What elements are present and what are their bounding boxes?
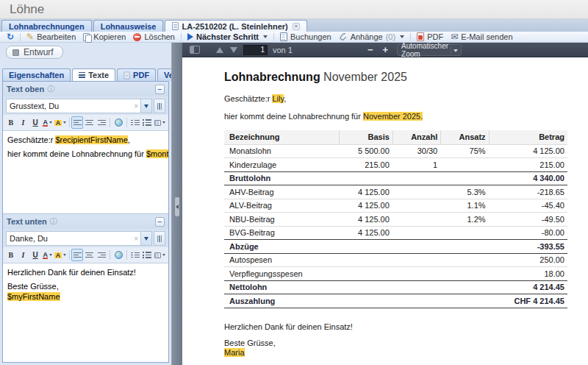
send-email-button[interactable]: ✉ E-Mail senden <box>447 32 516 43</box>
text-unten-editor[interactable]: Herzlichen Dank für deinen Einsatz! Best… <box>3 263 168 362</box>
tab-texte[interactable]: Texte <box>72 68 115 81</box>
page-number-input[interactable] <box>243 45 268 55</box>
align-center-button[interactable] <box>84 116 96 129</box>
payslip-intro: Geschätzte:r Lily,hier kommt deine Lohna… <box>224 93 567 121</box>
text-lines-icon <box>79 72 85 78</box>
copy-button[interactable]: Kopieren <box>79 32 129 43</box>
pdf-label: PDF <box>427 32 443 41</box>
underline-button[interactable]: U <box>29 116 41 129</box>
clear-icon[interactable]: × <box>132 235 140 243</box>
numbered-list-icon <box>131 120 140 126</box>
align-left-icon <box>74 252 82 258</box>
bullet-list-button[interactable] <box>141 116 153 129</box>
tab-eigenschaften[interactable]: Eigenschaften <box>2 68 71 81</box>
cell: 75% <box>440 146 488 155</box>
column-header: Betrag <box>489 130 567 144</box>
tab-lohnabrechnungen[interactable]: Lohnabrechnungen <box>1 20 92 32</box>
previous-page-icon[interactable] <box>216 47 223 53</box>
highlight-color-button[interactable]: A <box>54 116 67 129</box>
expand-editor-button[interactable] <box>154 99 165 113</box>
clear-icon[interactable]: × <box>132 102 140 110</box>
next-step-label: Nächster Schritt <box>196 32 259 41</box>
align-right-button[interactable] <box>96 116 108 129</box>
cell: Monatslohn <box>224 146 339 155</box>
edit-label: Bearbeiten <box>37 32 76 41</box>
rich-text-toolbar: B I U A A <box>3 247 168 263</box>
app-window: Löhne Lohnabrechnungen Lohnausweise LA-2… <box>0 0 588 365</box>
variable-token: $monthYear. <box>146 149 168 158</box>
pdf-viewer: von 1 − + Automatischer Zoom Lohnabrechn… <box>182 43 588 365</box>
column-header: Ansatz <box>440 130 488 144</box>
next-step-button[interactable]: Nächster Schritt <box>184 32 271 43</box>
collapse-icon[interactable]: − <box>155 217 165 227</box>
dropdown-trigger[interactable] <box>140 232 151 245</box>
text-oben-editor[interactable]: Geschätzte:r $recipientFirstName, hier k… <box>3 130 168 213</box>
font-color-button[interactable]: A <box>42 116 54 129</box>
delete-button[interactable]: Löschen <box>129 32 179 43</box>
text-line: Beste Grüsse, <box>7 281 164 291</box>
link-button[interactable] <box>112 116 124 129</box>
sidebar-toggle-icon[interactable] <box>190 46 200 54</box>
cell: Auszahlung <box>224 297 339 305</box>
table-row: Monatslohn5 500.0030/3075%4 125.00 <box>224 144 567 158</box>
align-center-icon <box>85 120 93 126</box>
font-color-button[interactable]: A <box>42 249 54 261</box>
refresh-button[interactable]: ↻ <box>3 32 18 43</box>
close-icon[interactable]: × <box>293 23 300 30</box>
tab-lohnausweise[interactable]: Lohnausweise <box>93 20 164 32</box>
zoom-out-button[interactable]: − <box>368 44 373 55</box>
insert-field-button[interactable] <box>154 116 166 129</box>
expand-editor-button[interactable] <box>154 231 165 246</box>
pdf-button[interactable]: PDF <box>413 32 447 43</box>
link-button[interactable] <box>112 249 124 261</box>
cell: 4 125.00 <box>339 188 392 196</box>
italic-button[interactable]: I <box>18 116 29 129</box>
text-oben-section: Text oben ⓘ − Grusstext, Du × B <box>3 82 168 214</box>
underline-button[interactable]: U <box>29 249 41 261</box>
italic-button[interactable]: I <box>18 249 29 261</box>
text-unten-section: Text unten ⓘ − Danke, Du × B <box>3 214 168 362</box>
cell: AHV-Beitrag <box>224 188 339 196</box>
template-select[interactable]: Grusstext, Du × <box>6 99 152 113</box>
insert-field-button[interactable] <box>154 249 166 261</box>
align-center-button[interactable] <box>84 249 96 261</box>
cell: -393.55 <box>489 242 567 251</box>
bold-button[interactable]: B <box>5 116 17 129</box>
text-line: Herzlichen Dank für deinen Einsatz! <box>224 322 567 332</box>
tab-pdf[interactable]: PDF <box>117 68 156 81</box>
bullet-list-button[interactable] <box>141 249 153 261</box>
bold-button[interactable]: B <box>5 249 17 261</box>
template-select[interactable]: Danke, Du × <box>6 231 152 246</box>
text-segment: Herzlichen Dank für deinen Einsatz! <box>224 322 353 331</box>
cell: 4 125.00 <box>339 228 392 237</box>
highlight-color-button[interactable]: A <box>54 249 67 261</box>
cell: 250.00 <box>489 255 567 264</box>
zoom-select[interactable]: Automatischer Zoom <box>397 44 462 56</box>
align-right-button[interactable] <box>96 249 108 261</box>
numbered-list-button[interactable] <box>129 249 141 261</box>
cell: CHF 4 214.45 <box>489 297 567 305</box>
collapse-left-icon[interactable] <box>176 205 179 209</box>
align-left-button[interactable] <box>71 249 83 261</box>
send-email-label: E-Mail senden <box>461 32 512 41</box>
cell: -45.40 <box>489 201 567 210</box>
tab-payslip-record[interactable]: LA-2510202 (L. Steinlehner) × <box>165 20 306 32</box>
panel-splitter[interactable] <box>171 43 182 365</box>
cell: -80.00 <box>489 228 567 237</box>
align-left-button[interactable] <box>71 116 83 129</box>
attachments-button[interactable]: Anhänge (0) <box>335 32 409 43</box>
attachments-count: (0) <box>386 32 395 41</box>
numbered-list-button[interactable] <box>129 116 141 129</box>
collapse-icon[interactable]: − <box>155 85 165 94</box>
dropdown-trigger[interactable] <box>140 99 151 113</box>
edit-button[interactable]: ✎ Bearbeiten <box>23 32 79 43</box>
tab-label: Lohnabrechnungen <box>9 22 85 31</box>
zoom-in-button[interactable]: + <box>383 44 389 55</box>
cell: Abzüge <box>224 242 339 251</box>
next-page-icon[interactable] <box>230 47 237 53</box>
cell: Bruttolohn <box>224 174 339 182</box>
cell: 1.2% <box>440 215 488 224</box>
bookings-button[interactable]: Buchungen <box>276 32 335 43</box>
payslip-title: Lohnabrechnung November 2025 <box>224 71 567 84</box>
app-title: Löhne <box>10 2 44 17</box>
